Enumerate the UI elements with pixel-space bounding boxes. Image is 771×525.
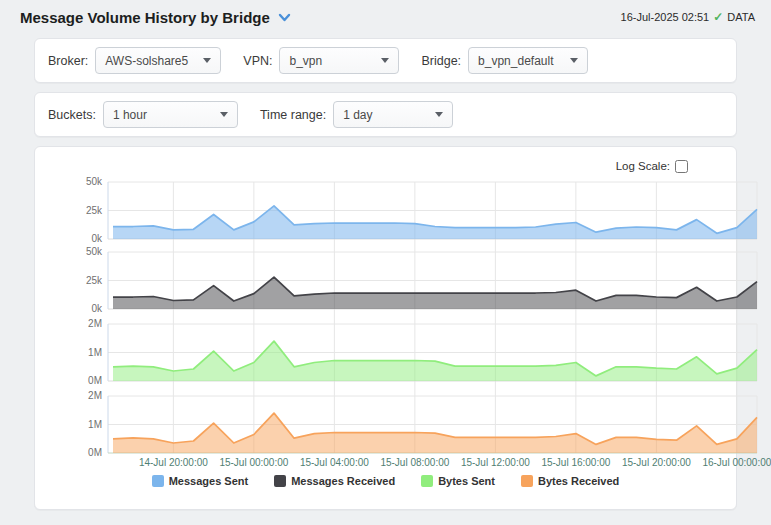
y-tick-label: 50k — [86, 176, 103, 187]
legend-swatch — [421, 475, 433, 487]
x-tick-label: 15-Jul 04:00:00 — [300, 457, 369, 468]
log-scale-label: Log Scale: — [616, 160, 670, 172]
x-tick-label: 15-Jul 12:00:00 — [461, 457, 530, 468]
y-tick-label: 0M — [88, 375, 102, 386]
chevron-down-icon[interactable] — [278, 13, 291, 22]
caret-down-icon — [203, 58, 211, 63]
charts-wrap: 14-Jul 20:00:0015-Jul 00:00:0015-Jul 04:… — [70, 175, 736, 472]
log-scale-row: Log Scale: — [35, 153, 736, 175]
time-range-label: Time range: — [260, 108, 326, 122]
vpn-filter-group: VPN: b_vpn — [243, 47, 399, 74]
vpn-select-value: b_vpn — [289, 54, 322, 68]
vpn-select[interactable]: b_vpn — [279, 47, 399, 74]
y-tick-label: 50k — [86, 246, 103, 257]
log-scale-checkbox[interactable] — [675, 160, 688, 173]
legend-item-bytes-received[interactable]: Bytes Received — [521, 475, 619, 487]
y-tick-label: 2M — [88, 318, 102, 329]
x-tick-label: 15-Jul 16:00:00 — [541, 457, 610, 468]
caret-down-icon — [381, 58, 389, 63]
bridge-filter-group: Bridge: b_vpn_default — [421, 47, 588, 74]
time-range-select-value: 1 day — [343, 108, 372, 122]
y-tick-label: 0k — [91, 303, 103, 314]
broker-select[interactable]: AWS-solshare5 — [95, 47, 221, 74]
vpn-label: VPN: — [243, 54, 272, 68]
chart-panel: Log Scale: 14-Jul 20:00:0015-Jul 00:00:0… — [34, 146, 737, 510]
legend-label: Bytes Received — [538, 475, 619, 487]
filters-row-2: Buckets: 1 hour Time range: 1 day — [34, 92, 737, 137]
bridge-select[interactable]: b_vpn_default — [468, 47, 588, 74]
broker-label: Broker: — [48, 54, 88, 68]
y-tick-label: 0M — [88, 447, 102, 458]
page-header: Message Volume History by Bridge 16-Jul-… — [0, 0, 771, 32]
status-line: 16-Jul-2025 02:51 ✓ DATA — [621, 10, 755, 24]
x-tick-label: 15-Jul 08:00:00 — [380, 457, 449, 468]
legend-item-bytes-sent[interactable]: Bytes Sent — [421, 475, 495, 487]
buckets-select-value: 1 hour — [113, 108, 147, 122]
y-tick-label: 25k — [86, 205, 103, 216]
y-tick-label: 1M — [88, 347, 102, 358]
buckets-select[interactable]: 1 hour — [103, 101, 238, 128]
time-range-filter-group: Time range: 1 day — [260, 101, 453, 128]
y-tick-label: 2M — [88, 390, 102, 401]
caret-down-icon — [570, 58, 578, 63]
x-tick-label: 15-Jul 20:00:00 — [622, 457, 691, 468]
legend-label: Bytes Sent — [438, 475, 495, 487]
legend-item-messages-sent[interactable]: Messages Sent — [152, 475, 248, 487]
buckets-filter-group: Buckets: 1 hour — [48, 101, 238, 128]
x-tick-label: 14-Jul 20:00:00 — [139, 457, 208, 468]
legend-swatch — [152, 475, 164, 487]
legend-label: Messages Received — [291, 475, 395, 487]
caret-down-icon — [220, 112, 228, 117]
legend-swatch — [274, 475, 286, 487]
x-tick-label: 15-Jul 00:00:00 — [219, 457, 288, 468]
buckets-label: Buckets: — [48, 108, 96, 122]
bridge-label: Bridge: — [421, 54, 461, 68]
filters-row-1: Broker: AWS-solshare5 VPN: b_vpn Bridge:… — [34, 38, 737, 83]
page-title: Message Volume History by Bridge — [20, 9, 291, 26]
x-tick-label: 16-Jul 00:00:00 — [702, 457, 771, 468]
stacked-area-charts: 14-Jul 20:00:0015-Jul 00:00:0015-Jul 04:… — [70, 175, 771, 468]
status-label: DATA — [727, 11, 755, 23]
legend-swatch — [521, 475, 533, 487]
page-title-text: Message Volume History by Bridge — [20, 9, 270, 26]
broker-select-value: AWS-solshare5 — [105, 54, 188, 68]
time-range-select[interactable]: 1 day — [333, 101, 453, 128]
bridge-select-value: b_vpn_default — [478, 54, 553, 68]
legend-item-messages-received[interactable]: Messages Received — [274, 475, 395, 487]
y-tick-label: 25k — [86, 275, 103, 286]
caret-down-icon — [435, 112, 443, 117]
status-timestamp: 16-Jul-2025 02:51 — [621, 11, 710, 23]
check-icon: ✓ — [713, 10, 723, 24]
broker-filter-group: Broker: AWS-solshare5 — [48, 47, 221, 74]
y-tick-label: 1M — [88, 419, 102, 430]
y-tick-label: 0k — [91, 233, 103, 244]
legend-label: Messages Sent — [169, 475, 248, 487]
chart-legend: Messages SentMessages ReceivedBytes Sent… — [35, 475, 736, 487]
